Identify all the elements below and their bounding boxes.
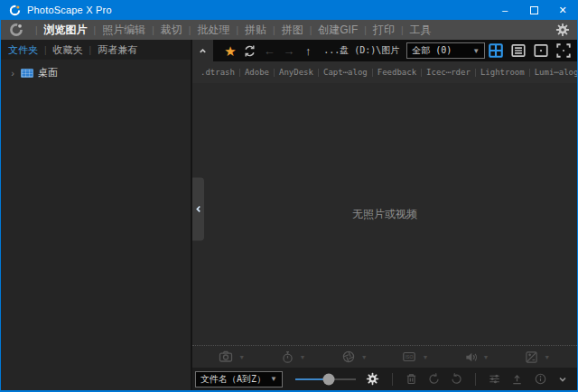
subfolder-chip[interactable]: Icec⋯rder	[422, 68, 475, 77]
main-panel: ★ ← → ↑ ...盘 (D:)\图片 全部 (0) ▼	[192, 40, 577, 390]
tree-item-desktop[interactable]: › 桌面	[1, 64, 191, 81]
caret-down-icon: ▼	[300, 354, 306, 360]
exposure-icon	[525, 350, 538, 364]
view-thumbnail-button[interactable]	[533, 42, 550, 61]
aperture-filter[interactable]: ▼	[323, 350, 385, 364]
chevron-down-icon	[557, 374, 568, 385]
settings-gear-icon[interactable]	[555, 23, 570, 37]
tab-create-gif[interactable]: 创建GIF	[318, 23, 358, 38]
window-title: PhotoScape X Pro	[27, 5, 112, 15]
sidebar-tabs: 文件夹 | 收藏夹 | 两者兼有	[1, 40, 191, 60]
menu-separator: |	[189, 25, 191, 35]
tree-item-label: 桌面	[38, 66, 58, 79]
caret-down-icon: ▼	[544, 354, 550, 360]
forward-arrow-icon[interactable]: →	[280, 41, 298, 61]
delete-trash-icon[interactable]	[402, 369, 421, 389]
view-fullscreen-button[interactable]	[555, 42, 572, 61]
iso-filter[interactable]: ISO ▼	[385, 350, 446, 364]
subfolder-chip[interactable]: AnyDesk	[275, 68, 318, 77]
menu-separator: |	[310, 25, 312, 35]
desktop-icon	[21, 69, 33, 78]
tab-separator: |	[44, 45, 47, 55]
tab-browse[interactable]: 浏览图片	[44, 23, 88, 38]
minimize-button[interactable]: –	[490, 0, 519, 20]
caret-down-icon: ▼	[238, 354, 245, 360]
iso-icon: ISO	[402, 350, 416, 364]
sidebar-tab-folders[interactable]: 文件夹	[8, 43, 38, 57]
empty-state-message: 无照片或视频	[352, 207, 417, 222]
maximize-icon	[530, 6, 538, 14]
caret-down-icon: ▼	[483, 354, 489, 360]
camera-icon	[219, 350, 233, 364]
tab-tools[interactable]: 工具	[409, 23, 431, 38]
exposure-filter[interactable]: ▼	[507, 350, 568, 364]
rotate-ccw-icon[interactable]	[424, 369, 443, 389]
current-path[interactable]: ...盘 (D:)\图片	[323, 44, 399, 57]
dropdown-caret-icon: ▼	[472, 47, 480, 55]
rotate-cw-icon[interactable]	[447, 369, 466, 389]
subfolder-chip[interactable]: Adobe	[240, 68, 274, 77]
sidebar-tab-both[interactable]: 两者兼有	[98, 43, 137, 57]
back-arrow-icon[interactable]: ←	[260, 41, 278, 61]
favorite-star-icon[interactable]: ★	[221, 41, 239, 61]
menu-separator: |	[35, 25, 38, 35]
sidebar-tab-favorites[interactable]: 收藏夹	[53, 43, 83, 57]
tab-crop[interactable]: 裁切	[161, 23, 182, 38]
subfolder-chip[interactable]: Capt⋯alog	[319, 68, 372, 77]
subfolder-chip[interactable]: Lumi⋯alog	[530, 68, 577, 77]
media-filter-dropdown[interactable]: 全部 (0) ▼	[406, 42, 485, 59]
dropdown-caret-icon: ▼	[270, 375, 277, 383]
thumbnail-size-slider[interactable]	[295, 373, 356, 386]
info-icon[interactable]	[531, 369, 550, 389]
menu-separator: |	[152, 25, 154, 35]
caret-down-icon: ▼	[361, 354, 368, 360]
refresh-icon[interactable]	[241, 41, 259, 61]
subfolder-chip[interactable]: .dtrash	[196, 68, 239, 77]
shutter-speed-filter[interactable]: ▼	[263, 350, 324, 364]
close-button[interactable]: ✕	[548, 0, 577, 20]
tab-separator: |	[89, 45, 92, 55]
window-body: 文件夹 | 收藏夹 | 两者兼有 › 桌面 ★	[1, 40, 577, 390]
toolbar-separator	[475, 373, 476, 386]
menu-separator: |	[364, 25, 367, 35]
chevron-left-icon	[194, 204, 203, 213]
tab-print[interactable]: 打印	[373, 23, 395, 38]
menu-separator: |	[94, 25, 97, 35]
adjustments-sliders-icon[interactable]	[485, 369, 504, 389]
menu-separator: |	[401, 25, 404, 35]
browser-toolbar: ★ ← → ↑ ...盘 (D:)\图片 全部 (0) ▼	[192, 40, 577, 61]
sound-filter[interactable]: ▼	[446, 350, 508, 364]
view-settings-gear-icon[interactable]	[363, 369, 382, 389]
caret-down-icon: ▼	[422, 354, 428, 360]
camera-filter[interactable]: ▼	[201, 350, 263, 364]
folder-tree: › 桌面	[1, 60, 191, 390]
view-grid-button[interactable]	[488, 42, 505, 61]
collapse-down-button[interactable]	[554, 369, 573, 389]
aperture-icon	[341, 350, 356, 364]
sort-order-dropdown[interactable]: 文件名（A到Z） ▼	[195, 371, 283, 387]
tab-batch[interactable]: 批处理	[197, 23, 229, 38]
photoscape-window: PhotoScape X Pro – ✕ | 浏览图片 | 照片编辑 | 裁切 …	[0, 0, 578, 392]
app-logo-icon	[9, 5, 21, 16]
collapse-up-button[interactable]	[192, 40, 213, 61]
subfolder-strip: .dtrash Adobe AnyDesk Capt⋯alog Feedback…	[192, 61, 577, 83]
up-folder-icon[interactable]: ↑	[300, 41, 318, 61]
bottom-bar: 文件名（A到Z） ▼	[192, 368, 577, 390]
photo-grid-area: 无照片或视频	[192, 83, 577, 345]
menu-separator: |	[273, 25, 275, 35]
maximize-button[interactable]	[519, 0, 548, 20]
view-list-button[interactable]	[510, 42, 527, 61]
chevron-up-icon	[198, 46, 208, 56]
subfolder-chip[interactable]: Feedback	[373, 68, 421, 77]
tab-combine[interactable]: 拼图	[282, 23, 303, 38]
exif-filter-bar: ▼ ▼ ▼ ISO ▼ ▼	[192, 345, 577, 368]
stopwatch-icon	[281, 350, 294, 364]
subfolder-chip[interactable]: Lightroom	[476, 68, 529, 77]
expander-chevron-icon[interactable]: ›	[7, 68, 18, 79]
export-upload-icon[interactable]	[508, 369, 527, 389]
slider-thumb[interactable]	[322, 373, 334, 385]
menu-bar: | 浏览图片 | 照片编辑 | 裁切 | 批处理 | 拼贴 | 拼图 | 创建G…	[1, 20, 577, 40]
tab-collage[interactable]: 拼贴	[245, 23, 266, 38]
tab-editor[interactable]: 照片编辑	[102, 23, 145, 38]
sidebar-collapse-handle[interactable]	[192, 177, 204, 240]
